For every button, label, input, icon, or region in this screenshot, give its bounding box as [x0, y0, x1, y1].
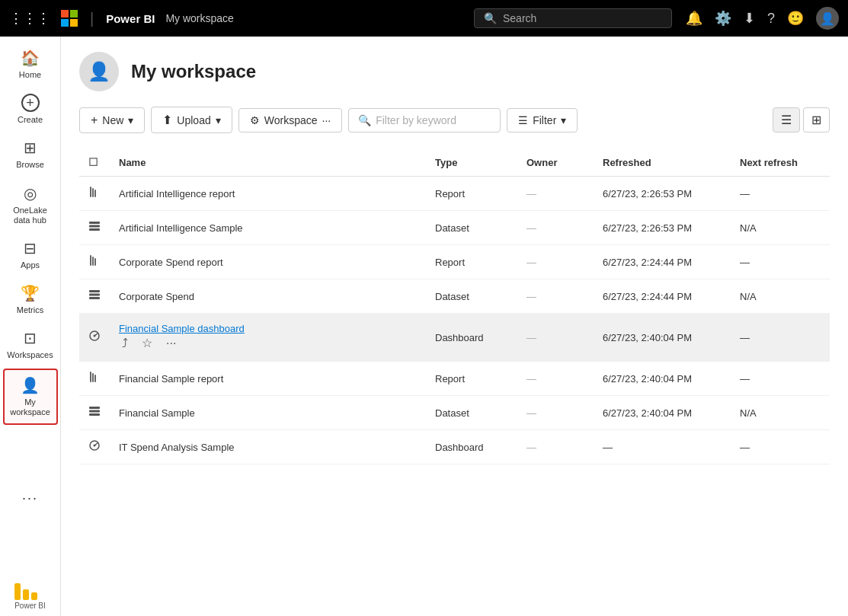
new-button[interactable]: + New ▾ — [79, 107, 145, 133]
item-name-link[interactable]: Financial Sample dashboard — [119, 323, 245, 334]
col-next-refresh-header[interactable]: Next refresh — [731, 148, 830, 177]
svg-rect-14 — [90, 372, 91, 382]
col-name-header[interactable]: Name — [110, 148, 426, 177]
table-row[interactable]: Artificial Intelligence report Report — … — [79, 177, 830, 211]
microsoft-logo — [61, 10, 78, 27]
item-name: Artificial Intelligence report — [119, 188, 235, 199]
download-icon[interactable]: ⬇ — [744, 10, 755, 27]
row-name-cell: Corporate Spend — [110, 279, 426, 314]
search-bar[interactable]: 🔍 — [474, 8, 672, 28]
myworkspace-icon: 👤 — [21, 376, 40, 394]
top-navigation: ⋮⋮⋮ | Power BI My workspace 🔍 🔔 ⚙️ ⬇ ? 🙂… — [0, 0, 848, 37]
smiley-icon[interactable]: 🙂 — [787, 10, 804, 27]
row-icon-cell — [79, 245, 110, 279]
row-name-cell: Financial Sample — [110, 396, 426, 430]
table-row[interactable]: Corporate Spend Dataset — 6/27/23, 2:24:… — [79, 279, 830, 314]
row-name-cell: Artificial Intelligence report — [110, 177, 426, 211]
more-icon: ··· — [22, 490, 38, 506]
filter-button[interactable]: ☰ Filter ▾ — [507, 108, 578, 132]
sidebar-item-apps[interactable]: ⊟ Apps — [3, 233, 58, 276]
row-next-refresh-cell: — — [731, 314, 830, 362]
sidebar-item-home[interactable]: 🏠 Home — [3, 43, 58, 86]
search-input[interactable] — [503, 12, 662, 24]
table-row[interactable]: Financial Sample report Report — 6/27/23… — [79, 362, 830, 396]
col-owner-header[interactable]: Owner — [517, 148, 594, 177]
avatar-icon: 👤 — [820, 11, 835, 26]
type-icon — [88, 256, 101, 269]
row-icon-cell — [79, 430, 110, 464]
workspace-label: Workspace — [264, 114, 318, 126]
svg-rect-17 — [89, 407, 100, 409]
row-type-cell: Report — [426, 177, 517, 211]
row-type-cell: Report — [426, 245, 517, 279]
sidebar-label-browse: Browse — [16, 160, 44, 170]
filter-input-container[interactable]: 🔍 — [348, 108, 501, 132]
toolbar: + New ▾ ⬆ Upload ▾ ⚙ Workspace ··· 🔍 ☰ F… — [79, 107, 830, 133]
user-avatar[interactable]: 👤 — [816, 7, 839, 30]
type-icon — [88, 441, 101, 454]
sidebar-label-create: Create — [18, 115, 43, 125]
sidebar-item-create[interactable]: + Create — [3, 88, 58, 131]
page-header: 👤 My workspace — [79, 52, 830, 91]
sidebar-more-button[interactable]: ··· — [3, 484, 58, 512]
upload-button[interactable]: ⬆ Upload ▾ — [151, 107, 232, 133]
plus-icon: + — [91, 113, 98, 127]
page-avatar: 👤 — [79, 52, 119, 91]
table-row[interactable]: Corporate Spend report Report — 6/27/23,… — [79, 245, 830, 279]
sidebar-item-onelake[interactable]: ◎ OneLake data hub — [3, 178, 58, 231]
row-icon-cell — [79, 396, 110, 430]
row-type-cell: Dataset — [426, 396, 517, 430]
workspace-button[interactable]: ⚙ Workspace ··· — [238, 108, 342, 132]
sidebar-label-home: Home — [19, 70, 41, 80]
table-row[interactable]: Financial Sample Dataset — 6/27/23, 2:40… — [79, 396, 830, 430]
svg-rect-15 — [92, 373, 94, 382]
row-icon-cell — [79, 211, 110, 245]
svg-rect-1 — [92, 188, 94, 197]
table-row[interactable]: Artificial Intelligence Sample Dataset —… — [79, 211, 830, 245]
item-name: Artificial Intelligence Sample — [119, 222, 243, 234]
grid-view-button[interactable]: ⊞ — [803, 107, 830, 132]
brand-name: Power BI — [106, 12, 155, 25]
list-view-button[interactable]: ☰ — [773, 107, 800, 132]
type-icon — [88, 331, 101, 344]
apps-grid-icon[interactable]: ⋮⋮⋮ — [9, 10, 50, 27]
type-icon — [88, 187, 101, 200]
sidebar-item-myworkspace[interactable]: 👤 My workspace — [3, 369, 58, 425]
table-row[interactable]: IT Spend Analysis Sample Dashboard — — — — [79, 430, 830, 464]
notification-icon[interactable]: 🔔 — [686, 10, 702, 27]
table-header-row: ☐ Name Type Owner Refreshed — [79, 148, 830, 177]
row-type-cell: Dashboard — [426, 314, 517, 362]
row-icon-cell — [79, 314, 110, 362]
row-next-refresh-cell: — — [731, 362, 830, 396]
col-type-header[interactable]: Type — [426, 148, 517, 177]
create-icon: + — [21, 94, 40, 112]
sidebar-label-metrics: Metrics — [17, 305, 43, 315]
svg-rect-3 — [89, 222, 100, 224]
row-next-refresh-cell: — — [731, 245, 830, 279]
items-table: ☐ Name Type Owner Refreshed — [79, 148, 830, 464]
type-icon — [88, 290, 101, 303]
workspace-name: My workspace — [165, 12, 233, 24]
row-owner-cell: — — [517, 314, 594, 362]
row-refreshed-cell: — — [594, 430, 731, 464]
sidebar-item-metrics[interactable]: 🏆 Metrics — [3, 278, 58, 321]
settings-icon[interactable]: ⚙️ — [715, 10, 731, 27]
help-icon[interactable]: ? — [767, 11, 775, 27]
filter-input[interactable] — [376, 114, 491, 126]
more-action-button[interactable]: ··· — [163, 335, 179, 352]
favorite-action-button[interactable]: ☆ — [139, 334, 155, 352]
sidebar-item-workspaces[interactable]: ⊡ Workspaces — [3, 323, 58, 366]
share-action-button[interactable]: ⤴ — [119, 335, 131, 352]
filter-label: Filter — [533, 114, 556, 126]
sidebar-item-browse[interactable]: ⊞ Browse — [3, 132, 58, 176]
col-refreshed-header[interactable]: Refreshed — [594, 148, 731, 177]
row-refreshed-cell: 6/27/23, 2:26:53 PM — [594, 177, 731, 211]
powerbi-label: Power BI — [14, 602, 46, 610]
metrics-icon: 🏆 — [21, 284, 40, 302]
select-all-icon[interactable]: ☐ — [88, 156, 98, 168]
svg-rect-18 — [89, 410, 100, 413]
table-row[interactable]: Financial Sample dashboard ⤴ ☆ ··· Dashb… — [79, 314, 830, 362]
main-layout: 🏠 Home + Create ⊞ Browse ◎ OneLake data … — [0, 37, 848, 616]
svg-point-21 — [94, 445, 96, 447]
sidebar-label-workspaces: Workspaces — [7, 350, 53, 360]
